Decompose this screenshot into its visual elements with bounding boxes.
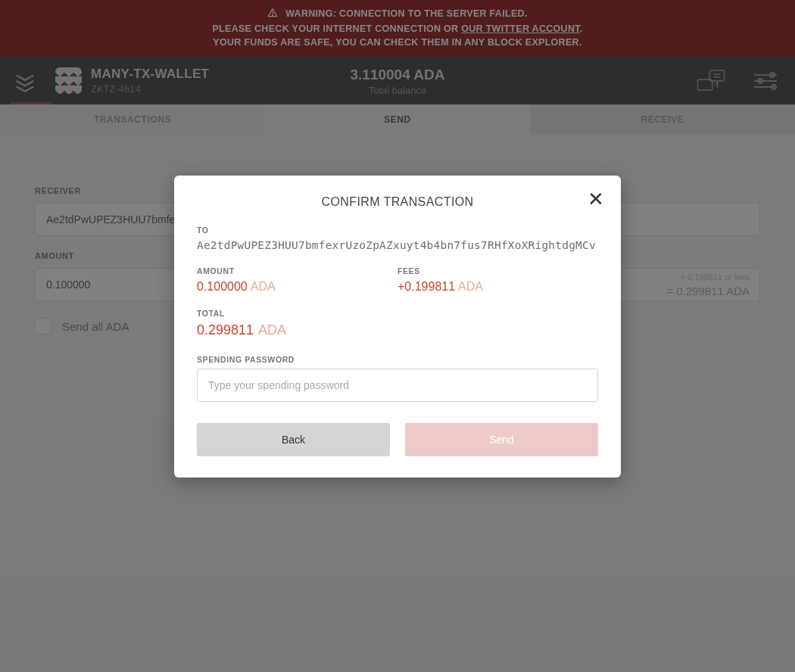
to-label: TO: [197, 226, 598, 235]
modal-overlay[interactable]: CONFIRM TRANSACTION ✕ TO Ae2tdPwUPEZ3HUU…: [0, 0, 795, 672]
confirm-transaction-modal: CONFIRM TRANSACTION ✕ TO Ae2tdPwUPEZ3HUU…: [174, 176, 621, 478]
send-button[interactable]: Send: [405, 423, 598, 456]
modal-fees-label: FEES: [398, 266, 598, 275]
back-button[interactable]: Back: [197, 423, 390, 456]
modal-fees-value: +0.199811ADA: [398, 280, 598, 294]
modal-total-value: 0.299811ADA: [197, 322, 598, 338]
modal-total-label: TOTAL: [197, 309, 598, 318]
modal-amount-label: AMOUNT: [197, 266, 398, 275]
modal-amount-value: 0.100000ADA: [197, 280, 398, 294]
spending-password-input[interactable]: [197, 369, 598, 402]
to-address: Ae2tdPwUPEZ3HUU7bmfexrUzoZpAZxuyt4b4bn7f…: [197, 239, 598, 251]
modal-title: CONFIRM TRANSACTION: [197, 195, 598, 209]
spending-password-label: SPENDING PASSWORD: [197, 355, 598, 364]
close-icon[interactable]: ✕: [588, 189, 604, 209]
